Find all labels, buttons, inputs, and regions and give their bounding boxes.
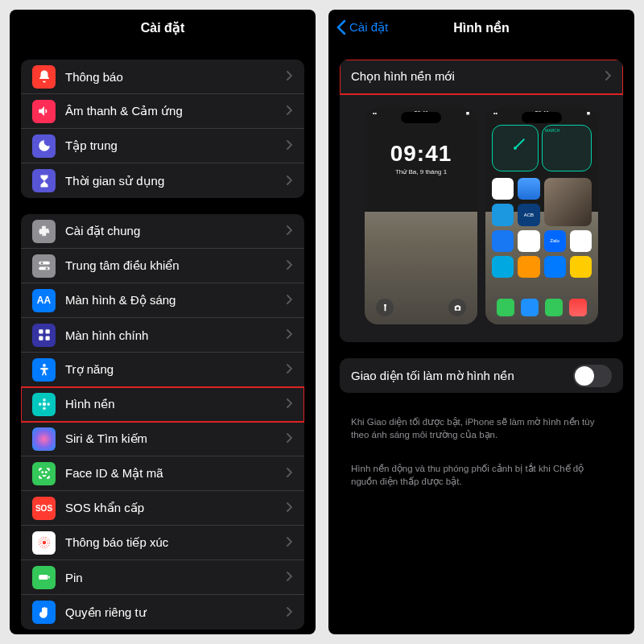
chevron-right-icon xyxy=(605,69,612,84)
back-label: Cài đặt xyxy=(349,20,388,35)
row-label: Quyền riêng tư xyxy=(65,605,287,620)
svg-point-8 xyxy=(43,364,46,367)
row-sos[interactable]: SOS SOS khẩn cấp xyxy=(21,491,304,526)
bell-icon xyxy=(32,65,56,89)
wallpaper-previews: ••09:41■ 09:41 Thứ Ba, 9 tháng 1 ••09:41… xyxy=(340,94,623,342)
row-label: Màn hình & Độ sáng xyxy=(65,293,287,308)
row-general[interactable]: Cài đặt chung xyxy=(21,214,304,249)
row-label: Cài đặt chung xyxy=(65,224,287,238)
row-label: SOS khẩn cấp xyxy=(65,501,287,515)
svg-point-3 xyxy=(45,267,47,270)
chevron-right-icon xyxy=(287,605,293,620)
chevron-right-icon xyxy=(287,138,293,153)
chevron-right-icon xyxy=(287,104,293,118)
row-focus[interactable]: Tập trung xyxy=(21,129,304,163)
row-accessibility[interactable]: Trợ năng xyxy=(21,353,304,387)
chevron-left-icon xyxy=(336,20,346,35)
svg-point-11 xyxy=(43,407,46,410)
header-right: Cài đặt Hình nền xyxy=(328,10,634,45)
svg-point-15 xyxy=(45,472,47,473)
row-label: Hình nền xyxy=(65,397,287,411)
row-label: Giao diện tối làm mờ hình nền xyxy=(351,369,573,383)
row-display[interactable]: AA Màn hình & Độ sáng xyxy=(21,283,304,318)
preview-lockscreen[interactable]: ••09:41■ 09:41 Thứ Ba, 9 tháng 1 xyxy=(365,107,477,324)
aa-icon: AA xyxy=(32,289,56,312)
faceid-icon xyxy=(32,462,56,485)
row-dim-toggle[interactable]: Giao diện tối làm mờ hình nền xyxy=(340,358,623,393)
svg-point-14 xyxy=(42,472,43,473)
back-button[interactable]: Cài đặt xyxy=(336,20,388,35)
settings-group-1: Thông báo Âm thanh & Cảm ứng Tập trung T… xyxy=(21,60,304,198)
row-battery[interactable]: Pin xyxy=(21,560,304,595)
svg-point-9 xyxy=(42,402,46,407)
row-label: Pin xyxy=(65,571,287,584)
widget-calendar: MARCH xyxy=(542,125,592,171)
settings-group-2: Cài đặt chung Trung tâm điều khiển AA Mà… xyxy=(21,214,304,630)
preview-homescreen[interactable]: ••09:41■ MARCH ACB Zalo xyxy=(485,107,598,324)
page-title: Cài đặt xyxy=(141,20,184,35)
description-2: Hình nền động và thu phóng phối cảnh bị … xyxy=(340,456,623,502)
svg-rect-6 xyxy=(39,336,43,341)
page-title: Hình nền xyxy=(453,20,510,35)
chevron-right-icon xyxy=(287,535,293,550)
battery-icon xyxy=(32,566,56,589)
chevron-right-icon xyxy=(287,431,293,446)
svg-rect-7 xyxy=(45,336,49,341)
row-wallpaper[interactable]: Hình nền xyxy=(21,387,304,422)
row-label: Thông báo xyxy=(65,70,287,84)
widget-clock xyxy=(492,125,539,171)
chevron-right-icon xyxy=(287,397,293,411)
svg-point-2 xyxy=(40,262,43,264)
phone-right: Cài đặt Hình nền Chọn hình nền mới ••09:… xyxy=(328,10,634,634)
grid-icon xyxy=(32,324,56,347)
row-label: Màn hình chính xyxy=(65,328,287,342)
chevron-right-icon xyxy=(287,501,293,515)
hand-icon xyxy=(32,601,56,624)
row-label: Trợ năng xyxy=(65,362,287,377)
wallpaper-content[interactable]: Chọn hình nền mới ••09:41■ 09:41 Thứ Ba,… xyxy=(328,45,634,634)
svg-rect-20 xyxy=(48,576,50,579)
svg-rect-4 xyxy=(39,329,43,333)
exposure-icon xyxy=(32,531,56,555)
row-screentime[interactable]: Thời gian sử dụng xyxy=(21,163,304,198)
row-choose-wallpaper[interactable]: Chọn hình nền mới xyxy=(340,60,623,94)
header-left: Cài đặt xyxy=(10,10,316,45)
preview-time: 09:41 xyxy=(365,141,477,167)
svg-point-16 xyxy=(42,541,46,545)
person-icon xyxy=(32,358,56,382)
settings-list[interactable]: Thông báo Âm thanh & Cảm ứng Tập trung T… xyxy=(10,45,316,634)
row-label: Trung tâm điều khiển xyxy=(65,258,287,273)
gear-icon xyxy=(32,220,56,243)
hourglass-icon xyxy=(32,169,56,192)
row-control-center[interactable]: Trung tâm điều khiển xyxy=(21,249,304,283)
speaker-icon xyxy=(32,100,56,123)
svg-point-12 xyxy=(38,402,41,406)
svg-rect-1 xyxy=(39,267,50,270)
row-sounds[interactable]: Âm thanh & Cảm ứng xyxy=(21,94,304,129)
row-label: Thời gian sử dụng xyxy=(65,174,287,188)
row-faceid[interactable]: Face ID & Mật mã xyxy=(21,456,304,491)
row-notifications[interactable]: Thông báo xyxy=(21,60,304,94)
chevron-right-icon xyxy=(287,466,293,481)
svg-point-13 xyxy=(47,402,50,406)
row-label: Tập trung xyxy=(65,138,287,153)
phone-left: Cài đặt Thông báo Âm thanh & Cảm ứng Tập… xyxy=(10,10,316,634)
row-siri[interactable]: Siri & Tìm kiếm xyxy=(21,422,304,456)
row-exposure[interactable]: Thông báo tiếp xúc xyxy=(21,526,304,560)
row-privacy[interactable]: Quyền riêng tư xyxy=(21,595,304,630)
camera-icon xyxy=(448,299,466,316)
svg-point-10 xyxy=(43,398,46,402)
row-homescreen[interactable]: Màn hình chính xyxy=(21,318,304,353)
chevron-right-icon xyxy=(287,174,293,188)
preview-dock xyxy=(490,295,593,320)
chevron-right-icon xyxy=(287,328,293,342)
toggle-switch[interactable] xyxy=(573,365,612,387)
widget-photo xyxy=(544,178,592,226)
description-1: Khi Giao diện tối được bật, iPhone sẽ là… xyxy=(340,409,623,456)
chevron-right-icon xyxy=(287,69,293,84)
chevron-right-icon xyxy=(287,570,293,584)
svg-rect-19 xyxy=(39,575,47,580)
row-label: Thông báo tiếp xúc xyxy=(65,535,287,550)
siri-icon xyxy=(32,427,56,451)
switches-icon xyxy=(32,254,56,278)
